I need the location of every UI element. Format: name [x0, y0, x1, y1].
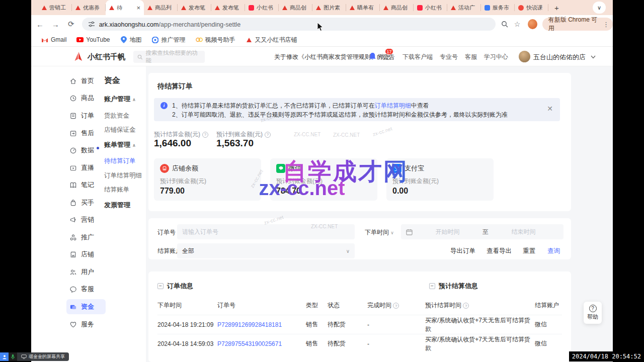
browser-tab[interactable]: 快说课	[515, 0, 548, 15]
settle-detail-link[interactable]: 订单结算明细	[375, 102, 411, 109]
chevron-down-icon[interactable]	[591, 55, 596, 59]
qianfan-icon	[75, 6, 80, 10]
sidebar-item-home[interactable]: 首页	[66, 73, 106, 88]
submenu-item-settle-detail[interactable]: 订单结算明细	[104, 171, 142, 180]
bookmark-channels[interactable]: 视频号助手	[192, 34, 239, 46]
browser-tab[interactable]: 商品创	[279, 0, 312, 15]
browser-tab[interactable]: 发布笔	[211, 0, 245, 15]
sidebar-item-data[interactable]: 数据	[66, 143, 106, 158]
browser-tab-active[interactable]: 待×	[106, 0, 144, 15]
chrome-profile-avatar[interactable]	[528, 19, 537, 29]
qianfan-icon	[350, 6, 355, 10]
browser-tab[interactable]: 小红书	[245, 0, 279, 15]
submenu-group-account[interactable]: 账户管理 ∧	[104, 95, 136, 104]
tab-label: 服务市	[493, 4, 511, 12]
browser-tab[interactable]: 商品创	[380, 0, 414, 15]
order-no-input[interactable]	[177, 224, 355, 239]
new-tab-button[interactable]: +	[548, 0, 565, 15]
buyer-icon	[69, 199, 77, 207]
help-tooltip-icon[interactable]: ?	[393, 303, 399, 309]
close-icon[interactable]: ✕	[547, 105, 553, 112]
store-name[interactable]: 五台山的佑佑的店	[533, 53, 586, 62]
submenu-group-invoice[interactable]: 发票管理	[104, 201, 130, 210]
browser-tab[interactable]: 图片素	[312, 0, 346, 15]
sidebar-item-marketing[interactable]: 营销	[66, 212, 106, 227]
bookmark-gmail[interactable]: Gmail	[37, 35, 70, 45]
help-tooltip-icon[interactable]: ?	[265, 132, 271, 138]
tab-label: 商品创	[290, 4, 309, 12]
qianfan-icon	[147, 6, 152, 10]
forward-button[interactable]: →	[49, 17, 62, 31]
sidebar-item-funds[interactable]: 资金	[66, 299, 106, 314]
sidebar-item-buyer[interactable]: 买手	[66, 195, 106, 210]
bookmark-maps[interactable]: 地图	[116, 34, 146, 46]
sidebar-item-service[interactable]: 客服	[66, 282, 106, 297]
nav-professional[interactable]: 专业号	[440, 53, 458, 61]
summary-card: 待结算订单 i 1、待结算订单是未结算的货款订单汇总，不含已结算订单，已结算订单…	[148, 73, 571, 211]
browser-tab[interactable]: 服务市	[481, 0, 515, 15]
sidebar-item-shop[interactable]: 店铺	[66, 247, 106, 262]
order-number-link[interactable]: P728975543190025671	[217, 340, 282, 347]
nav-support[interactable]: 客服	[465, 53, 477, 61]
app-logo-title[interactable]: 小红书千帆	[88, 52, 125, 62]
sidebar-item-orders[interactable]: 订单	[66, 108, 106, 123]
help-tooltip-icon[interactable]: ?	[202, 132, 208, 138]
sidebar-item-users[interactable]: 用户	[66, 264, 106, 280]
start-time-placeholder[interactable]: 开始时间	[413, 228, 482, 236]
bell-icon[interactable]	[369, 52, 376, 60]
browser-tab[interactable]: 晒单有	[346, 0, 380, 15]
help-tooltip-icon[interactable]: ?	[463, 303, 469, 309]
query-button[interactable]: 查询	[547, 247, 560, 255]
sidebar-item-products[interactable]: 商品	[66, 90, 106, 106]
close-icon[interactable]: ×	[136, 5, 140, 11]
page-title: 待结算订单	[157, 82, 193, 91]
reset-button[interactable]: 重置	[523, 247, 535, 255]
collapse-icon[interactable]: −	[157, 283, 164, 289]
nav-download-client[interactable]: 下载客户端	[403, 53, 433, 61]
browser-tab[interactable]: 商品列	[144, 0, 178, 15]
end-time-placeholder[interactable]: 结束时间	[489, 228, 558, 236]
order-number-link[interactable]: P728991269928418181	[217, 321, 282, 328]
app-search-input[interactable]: 搜索查找你想要的功能	[133, 51, 205, 63]
submenu-item-pending-settle[interactable]: 待结算订单	[104, 157, 136, 165]
time-type-select[interactable]: 下单时间 ∨	[365, 228, 394, 237]
search-icon[interactable]	[499, 18, 511, 31]
address-bar[interactable]: ark.xiaohongshu.com/app-merchant/pending…	[82, 18, 496, 31]
date-range-input[interactable]: 开始时间 至 结束时间	[401, 224, 564, 239]
settle-account-select[interactable]: 全部∨	[177, 243, 355, 258]
submenu-group-bills[interactable]: 账单管理 ∧	[104, 140, 136, 149]
chrome-update-pill[interactable]: 有新版 Chrome 可用 ⋮	[542, 18, 613, 31]
back-button[interactable]: ←	[33, 17, 47, 31]
share-pill[interactable]: 琚金金的屏幕共享	[17, 352, 69, 361]
browser-tab[interactable]: 营销工	[38, 0, 72, 15]
browser-tab[interactable]: 发布笔	[178, 0, 211, 15]
bookmark-youtube[interactable]: YouTube	[72, 35, 114, 45]
sidebar-item-serve[interactable]: 服务	[66, 317, 106, 332]
sidebar-item-promotion[interactable]: 推广	[66, 230, 106, 245]
submenu-item-deposit[interactable]: 店铺保证金	[104, 126, 136, 134]
chrome-menu-icon[interactable]: ⋮	[601, 21, 611, 28]
qianfan-icon	[451, 6, 456, 10]
bookmark-star-icon[interactable]: ☆	[511, 18, 524, 31]
nav-learning[interactable]: 学习中心	[484, 53, 508, 61]
tab-search-chevron[interactable]: ∨	[593, 2, 606, 14]
sidebar-item-aftersale[interactable]: 售后	[66, 126, 106, 141]
browser-tab[interactable]: 优惠券	[72, 0, 106, 15]
announcement-link[interactable]: 关于修改《小红书商家发货管理规则》的公告	[274, 53, 395, 61]
screen-share-indicator[interactable]: 琚金金的屏幕共享	[0, 352, 69, 361]
submenu-item-goods-funds[interactable]: 货款资金	[104, 112, 129, 120]
bookmark-promo[interactable]: 推广管理	[148, 34, 190, 46]
help-float-button[interactable]: ? 帮助	[584, 302, 602, 324]
sidebar-item-notes[interactable]: 笔记	[66, 177, 106, 193]
view-exports-button[interactable]: 查看导出	[487, 247, 512, 255]
submenu-item-settle-bill[interactable]: 结算账单	[104, 186, 129, 194]
collapse-icon[interactable]: −	[429, 283, 435, 289]
browser-tab[interactable]: 小红书	[414, 0, 447, 15]
reload-button[interactable]: ⟳	[64, 17, 78, 31]
browser-tab[interactable]: 活动广	[447, 0, 481, 15]
sidebar-item-live[interactable]: 直播	[66, 160, 106, 175]
bookmark-qianfan-shop[interactable]: 又又小红书店铺	[242, 34, 301, 46]
export-orders-button[interactable]: 导出订单	[450, 247, 475, 255]
store-avatar[interactable]	[519, 51, 530, 62]
account-card-balance: 店铺余额 预计到账金额(元) 779.00	[154, 158, 261, 201]
